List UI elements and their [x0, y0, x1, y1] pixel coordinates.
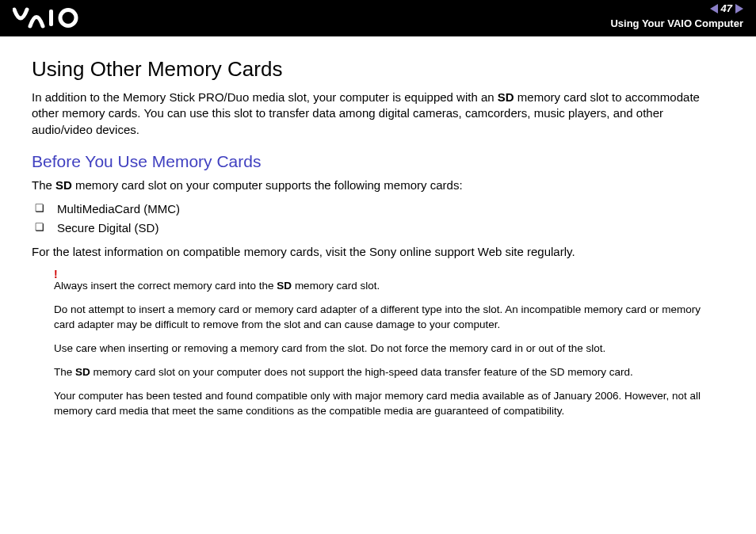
- sub-intro-post: memory card slot on your computer suppor…: [72, 178, 463, 192]
- list-item: Secure Digital (SD): [35, 219, 724, 238]
- warning-paragraph: Your computer has been tested and found …: [54, 389, 724, 418]
- warn4-post: memory card slot on your computer does n…: [90, 366, 633, 378]
- intro-bold: SD: [498, 90, 514, 104]
- sub-intro-paragraph: The SD memory card slot on your computer…: [32, 177, 724, 193]
- intro-paragraph: In addition to the Memory Stick PRO/Duo …: [32, 90, 724, 138]
- warn1-pre: Always insert the correct memory card in…: [54, 280, 277, 292]
- svg-rect-0: [49, 10, 53, 26]
- warning-paragraph: Use care when inserting or removing a me…: [54, 341, 724, 356]
- warn1-post: memory card slot.: [292, 280, 380, 292]
- warn4-pre: The: [54, 366, 75, 378]
- warn4-bold: SD: [75, 366, 90, 378]
- warning-paragraph: Do not attempt to insert a memory card o…: [54, 303, 724, 331]
- next-page-arrow-icon[interactable]: [735, 4, 743, 13]
- list-item: MultiMediaCard (MMC): [35, 200, 724, 219]
- warning-block: ! Always insert the correct memory card …: [54, 268, 724, 418]
- page-content: Using Other Memory Cards In addition to …: [0, 36, 756, 418]
- warning-paragraph: The SD memory card slot on your computer…: [54, 365, 724, 380]
- section-subtitle: Before You Use Memory Cards: [32, 152, 724, 171]
- after-bullets-paragraph: For the latest information on compatible…: [32, 244, 724, 260]
- page-header: 47 Using Your VAIO Computer: [0, 0, 756, 36]
- page-number: 47: [721, 2, 732, 14]
- breadcrumb: Using Your VAIO Computer: [610, 17, 743, 29]
- vaio-logo: [13, 6, 92, 36]
- intro-text-pre: In addition to the Memory Stick PRO/Duo …: [32, 90, 498, 104]
- sub-intro-pre: The: [32, 178, 55, 192]
- supported-cards-list: MultiMediaCard (MMC) Secure Digital (SD): [32, 200, 724, 238]
- page-navigation: 47: [710, 2, 743, 14]
- warn1-bold: SD: [277, 280, 292, 292]
- page-title: Using Other Memory Cards: [32, 57, 724, 82]
- warning-paragraph: Always insert the correct memory card in…: [54, 279, 724, 293]
- sub-intro-bold: SD: [55, 178, 72, 192]
- svg-point-1: [60, 10, 76, 26]
- prev-page-arrow-icon[interactable]: [710, 4, 718, 13]
